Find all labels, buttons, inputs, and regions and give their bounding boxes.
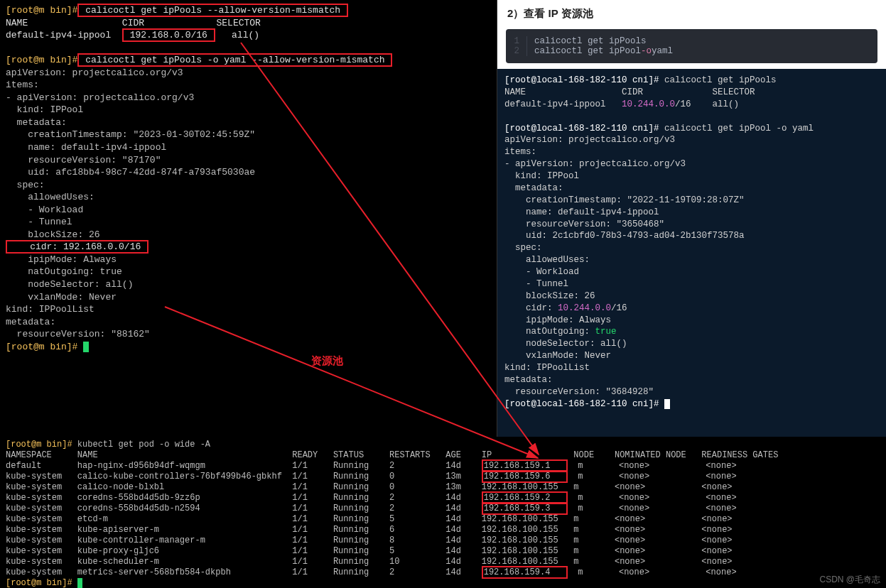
prompt: [root@local-168-182-110 cni]# [504,124,664,134]
code-block[interactable]: 1calicoctl get ipPools 2calicoctl get ip… [506,29,877,63]
prompt: [root@local-168-182-110 cni]# [504,75,664,85]
right-terminal[interactable]: [root@local-168-182-110 cni]# calicoctl … [497,69,886,437]
yaml-output: apiVersion: projectcalico.org/v3items:- … [6,67,491,241]
left-terminal[interactable]: [root@m bin]# calicoctl get ipPools --al… [0,0,497,437]
table-row: kube-system kube-proxy-gljc6 1/1 Running… [6,546,880,557]
cidr-line-highlight: cidr: 192.168.0.0/16 [6,240,148,254]
yaml-output: ipipMode: Always natOutgoing: true nodeS… [6,254,491,341]
table-row: default hap-nginx-d956b94df-wqmgm 1/1 Ru… [6,461,880,472]
cursor-icon [77,578,82,588]
table-row: kube-system calico-kube-controllers-76bf… [6,472,880,482]
table-row: kube-system coredns-558bd4d5db-n2594 1/1… [6,503,880,514]
yaml-output: apiVersion: projectcalico.org/v3items:- … [504,134,879,302]
line-number: 1 [509,36,527,46]
prompt: [root@m bin]# [6,578,77,588]
table-header: NAME CIDR SELECTOR [6,17,491,30]
ip-highlight: 192.168.159.6 [482,470,568,483]
annotation-label: 资源池 [311,354,343,368]
bottom-terminal[interactable]: [root@m bin]# kubectl get pod -o wide -A… [0,437,886,588]
table-row: kube-system calico-node-blxbl 1/1 Runnin… [6,482,880,493]
line-number: 2 [509,46,527,56]
prompt: [root@m bin]# [6,5,77,16]
cursor-icon [83,342,89,352]
prompt: [root@local-168-182-110 cni]# [504,399,664,409]
table-row: kube-system coredns-558bd4d5db-9zz6p 1/1… [6,493,880,503]
ip-highlight: 192.168.159.3 [482,502,568,515]
watermark: CSDN @毛奇志 [819,575,880,585]
prompt: [root@m bin]# [6,342,83,352]
prompt: [root@m bin]# [6,440,77,450]
cmd-highlight: calicoctl get ipPools --allow-version-mi… [77,4,347,17]
ip-highlight: 192.168.159.4 [482,566,568,579]
section-heading: 2）查看 IP 资源池 [497,0,886,25]
table-row: kube-system metrics-server-568bfb584-dkp… [6,567,880,578]
cmd-highlight: calicoctl get ipPools -o yaml --allow-ve… [77,53,392,67]
table-row: kube-system kube-apiserver-m 1/1 Running… [6,525,880,535]
table-header: NAMESPACE NAME READY STATUS RESTARTS AGE… [6,450,880,461]
right-doc-panel: 2）查看 IP 资源池 1calicoctl get ipPools 2cali… [497,0,886,437]
table-row: kube-system etcd-m 1/1 Running 5 14d 192… [6,514,880,525]
cursor-icon [664,399,670,409]
table-row: default-ipv4-ippool 10.244.0.0/16 all() [504,99,879,111]
prompt: [root@m bin]# [6,55,77,65]
table-row: default-ipv4-ippool 192.168.0.0/16 all() [6,29,491,42]
table-header: NAME CIDR SELECTOR [504,87,879,99]
table-row: kube-system kube-scheduler-m 1/1 Running… [6,557,880,567]
cidr-highlight: 192.168.0.0/16 [122,28,215,42]
table-row: kube-system kube-controller-manager-m 1/… [6,535,880,546]
